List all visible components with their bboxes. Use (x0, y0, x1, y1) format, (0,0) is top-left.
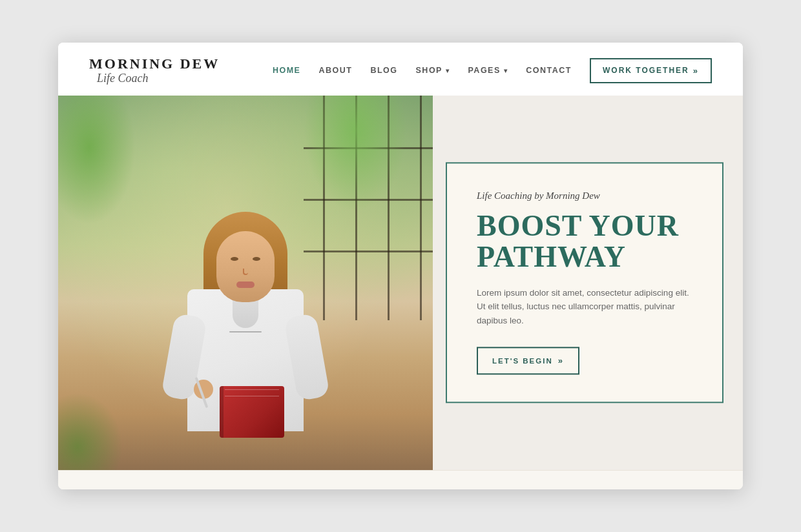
grid-line (304, 251, 433, 252)
btn-chevrons-icon: » (558, 356, 564, 366)
panel-title: BOOST YOUR PATHWAY (477, 210, 692, 273)
header: MORNING DEW Life Coach HOME ABOUT BLOG S… (58, 43, 743, 96)
eye-left (231, 257, 238, 261)
grid-line (323, 96, 325, 320)
nav-contact[interactable]: CONTACT (526, 66, 572, 75)
panel-subtitle: Life Coaching by Morning Dew (477, 190, 692, 201)
cta-chevrons-icon: » (693, 66, 699, 76)
pages-dropdown-icon: ▾ (504, 67, 508, 74)
work-together-button[interactable]: WORK TOGETHER » (590, 58, 712, 83)
lets-begin-button[interactable]: LET'S BEGIN » (477, 347, 579, 375)
book-line (225, 396, 279, 396)
nav-blog[interactable]: BLOG (370, 66, 397, 75)
grid-line (304, 199, 433, 201)
eye-right (253, 257, 260, 261)
grid-line (420, 96, 422, 320)
shop-dropdown-icon: ▾ (446, 67, 450, 74)
nav-home[interactable]: HOME (273, 66, 301, 75)
book-spine (220, 386, 224, 438)
grid-line (355, 96, 357, 320)
browser-window: MORNING DEW Life Coach HOME ABOUT BLOG S… (58, 43, 743, 489)
grid-line (304, 147, 433, 149)
nav-shop[interactable]: SHOP ▾ (416, 66, 450, 75)
panel-description: Lorem ipsum dolor sit amet, consectetur … (477, 286, 692, 328)
necklace (229, 331, 262, 332)
nav-about[interactable]: ABOUT (318, 66, 352, 75)
grid-line (388, 96, 390, 320)
nav-pages[interactable]: PAGES ▾ (468, 66, 508, 75)
logo-subtitle: Life Coach (97, 72, 149, 84)
hero-content-panel: Life Coaching by Morning Dew BOOST YOUR … (446, 162, 723, 403)
lips (236, 281, 255, 288)
nose (243, 269, 248, 275)
footer-strip (58, 470, 743, 489)
woman-figure (181, 212, 310, 470)
book (220, 386, 284, 438)
hero-section: Life Coaching by Morning Dew BOOST YOUR … (58, 96, 743, 470)
woman-face (216, 231, 275, 302)
book-line (225, 389, 279, 390)
logo-title: MORNING DEW (89, 57, 220, 71)
window-grid (304, 96, 433, 320)
hero-image (58, 96, 433, 470)
main-nav: HOME ABOUT BLOG SHOP ▾ PAGES ▾ CONTACT W… (273, 58, 712, 83)
logo[interactable]: MORNING DEW Life Coach (89, 57, 220, 84)
